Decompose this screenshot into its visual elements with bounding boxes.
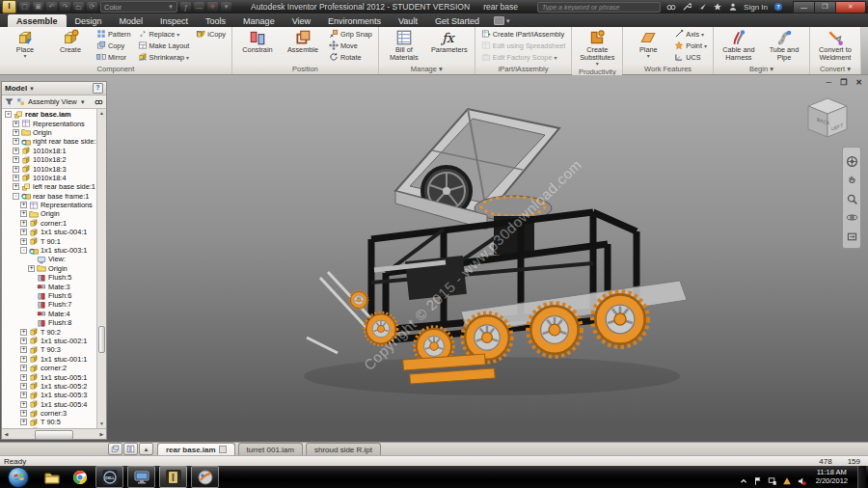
expand-toggle[interactable]: + (13, 175, 19, 181)
expand-toggle[interactable]: + (20, 419, 27, 425)
ribbon-tab-inspect[interactable]: Inspect (151, 14, 197, 27)
expand-toggle[interactable]: + (13, 156, 19, 163)
expand-toggle[interactable]: + (20, 329, 27, 336)
tree-item-right-rear-base-side-1[interactable]: +right rear base side:1 (2, 137, 106, 146)
tree-item-t-90-1[interactable]: +T 90:1 (2, 236, 106, 245)
taskbar-app-explorer[interactable] (43, 469, 60, 485)
pattern-button[interactable]: Pattern (94, 28, 134, 40)
start-button[interactable] (8, 467, 29, 488)
assemble-button[interactable]: Assemble (281, 28, 325, 54)
create-button[interactable]: Create (48, 28, 93, 54)
inventor-logo-icon[interactable]: I (2, 0, 16, 14)
tree-item-flush-5[interactable]: Flush:5 (2, 273, 106, 282)
screencast-icon[interactable]: ▾ (494, 16, 510, 27)
ribbon-tab-tools[interactable]: Tools (197, 14, 234, 27)
user-icon[interactable] (728, 2, 738, 12)
expand-toggle[interactable]: + (28, 265, 35, 272)
filter-icon[interactable] (5, 97, 14, 106)
tree-item-flush-6[interactable]: Flush:6 (2, 291, 106, 300)
move-button[interactable]: Move (326, 40, 375, 51)
new-file-icon[interactable]: ▢ (19, 2, 30, 12)
scroll-left-icon[interactable]: ◀ (2, 431, 11, 437)
convert-to-weldment-button[interactable]: Convert to Weldment (813, 28, 857, 62)
view-mode-label[interactable]: Assembly View (28, 97, 77, 106)
tree-item-1x1-stuc-004-1[interactable]: +1x1 stuc-004:1 (2, 228, 106, 236)
scroll-right-icon[interactable]: ▶ (97, 431, 106, 437)
shrinkwrap-button[interactable]: Shrinkwrap▾ (135, 51, 193, 63)
tree-item-1x1-stuc-005-2[interactable]: +1x1 stuc-005:2 (2, 382, 106, 391)
doc-minimize-icon[interactable]: ─ (826, 78, 831, 87)
chevron-down-icon[interactable]: ▾ (701, 31, 704, 38)
tree-item-1x1-stuc-001-1[interactable]: +1x1 stuc-001:1 (2, 355, 106, 364)
doc-restore-icon[interactable]: ❐ (840, 78, 847, 87)
place-button[interactable]: Place▾ (3, 28, 47, 59)
create-substitutes-button[interactable]: Create Substitutes▾ (575, 28, 619, 67)
tree-item-rear-base-iam[interactable]: -rear base.iam (2, 110, 106, 119)
volume-muted-icon[interactable] (797, 473, 806, 482)
chevron-down-icon[interactable]: ▾ (554, 54, 556, 61)
expand-toggle[interactable]: + (20, 346, 27, 353)
ribbon-group-label-work-features[interactable]: Work Features (623, 64, 713, 74)
tree-item-1010x18-3[interactable]: +1010x18:3 (2, 164, 106, 173)
taskbar-app-design[interactable] (191, 466, 219, 488)
ribbon-group-label-component[interactable]: Component (0, 64, 231, 74)
expand-toggle[interactable]: + (20, 210, 27, 217)
ribbon-tab-manage[interactable]: Manage (234, 14, 284, 27)
measure-icon[interactable]: ✚ (207, 2, 218, 12)
tree-item-t-90-4[interactable]: +T 90:4 (2, 427, 106, 428)
tree-item-1x1-stuc-005-4[interactable]: +1x1 stuc-005:4 (2, 400, 106, 409)
favorites-star-icon[interactable] (713, 2, 722, 12)
browser-header[interactable]: Model ▼ ? (2, 82, 106, 95)
tree-item-origin[interactable]: +Origin (2, 209, 106, 218)
expand-toggle[interactable]: + (20, 374, 27, 381)
collapse-toggle[interactable]: - (20, 247, 27, 254)
ribbon-tab-vault[interactable]: Vault (390, 14, 426, 27)
sign-in-button[interactable]: Sign In (744, 3, 768, 12)
make-layout-button[interactable]: Make Layout (135, 40, 193, 51)
scrollbar-thumb[interactable] (98, 326, 105, 353)
ribbon-tab-assemble[interactable]: Assemble (8, 14, 67, 27)
chevron-down-icon[interactable]: ▾ (23, 54, 26, 59)
expand-toggle[interactable]: + (20, 220, 27, 227)
axis-button[interactable]: Axis▾ (671, 28, 710, 40)
chevron-down-icon[interactable]: ▾ (186, 54, 189, 61)
browser-horizontal-scrollbar[interactable]: ◀ ▶ (2, 428, 106, 439)
constrain-button[interactable]: Constrain (235, 28, 280, 54)
collapse-tabs-icon[interactable]: ▲ (139, 443, 153, 455)
scrollbar-thumb[interactable] (35, 430, 73, 440)
wrench-icon[interactable] (682, 2, 692, 12)
expand-toggle[interactable]: + (13, 166, 19, 173)
copy-button[interactable]: Copy (94, 40, 134, 51)
steering-wheel-icon[interactable] (846, 154, 858, 167)
expand-toggle[interactable]: + (20, 401, 27, 408)
ribbon-tab-get-started[interactable]: Get Started (426, 14, 488, 27)
grip-snap-button[interactable]: Grip Snap (326, 28, 375, 40)
tree-item-1x1-stuc-002-1[interactable]: +1x1 stuc-002:1 (2, 337, 106, 345)
chevron-down-icon[interactable]: ▼ (80, 99, 86, 105)
tree-item-t-90-3[interactable]: +T 90:3 (2, 345, 106, 354)
tree-item-1x1-stuc-005-1[interactable]: +1x1 stuc-005:1 (2, 372, 106, 381)
minimize-button[interactable]: — (793, 1, 814, 14)
look-at-icon[interactable] (846, 230, 858, 242)
expand-toggle[interactable]: + (20, 383, 27, 390)
expand-toggle[interactable]: + (20, 410, 27, 417)
tube-and-pipe-button[interactable]: Tube and Pipe (762, 28, 806, 62)
doc-tab-rear-base-iam[interactable]: rear base.iam (157, 443, 235, 455)
collapse-toggle[interactable]: - (5, 111, 12, 118)
taskbar-app-dell[interactable]: DELL (95, 466, 123, 488)
update-icon[interactable]: ⟳ (87, 2, 97, 12)
find-icon[interactable] (95, 97, 103, 106)
tree-item-origin[interactable]: +Origin (2, 128, 106, 137)
update-alert-icon[interactable] (782, 473, 792, 482)
doc-tab-shroud-side-r-ipt[interactable]: shroud side R.ipt (306, 443, 381, 455)
tree-item-1010x18-1[interactable]: +1010x18:1 (2, 147, 106, 155)
doc-tab-turret-001-iam[interactable]: turret 001.iam (238, 443, 303, 455)
create-ipart-iassembly-button[interactable]: Create iPart/iAssembly (478, 28, 568, 40)
close-button[interactable]: ✕ (835, 1, 866, 14)
open-icon[interactable]: 🗀 (73, 2, 84, 12)
help-search-input[interactable] (537, 2, 661, 13)
plane-button[interactable]: Plane▾ (626, 28, 670, 59)
tree-item-1x1-stuc-005-3[interactable]: +1x1 stuc-005:3 (2, 391, 106, 399)
tree-item-left-rear-base-side-1[interactable]: +left rear base side:1 (2, 182, 106, 191)
tree-item-corner-3[interactable]: +corner:3 (2, 409, 106, 418)
